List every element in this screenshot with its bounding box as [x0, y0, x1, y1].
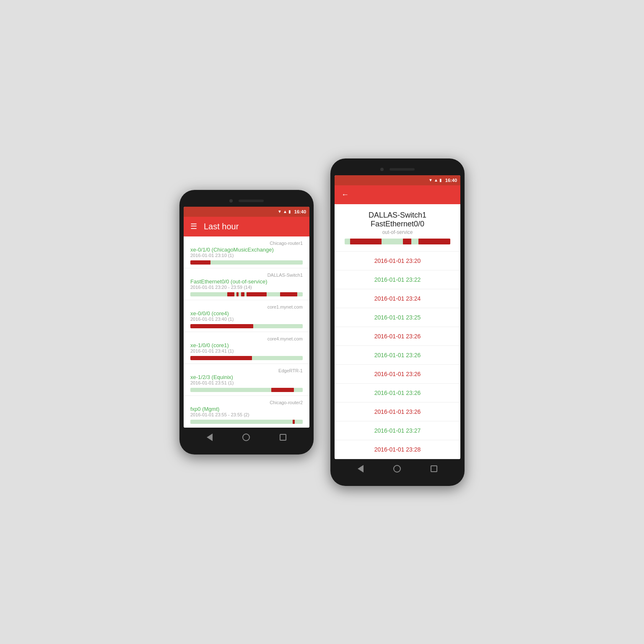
detail-list-item-10[interactable]: 2016-01-01 23:28 [335, 440, 460, 459]
home-nav-btn-2[interactable] [393, 465, 401, 474]
router-name-4: EdgeRTR-1 [190, 368, 303, 373]
timestamp-3: 2016-01-01 23:41 (1) [190, 348, 303, 353]
router-name-1: DALLAS-Switch1 [190, 273, 303, 278]
detail-list-item-3[interactable]: 2016-01-01 23:25 [335, 308, 460, 327]
status-bar-2: ▼ ▲ ▮ 16:40 [335, 175, 460, 185]
detail-header: DALLAS-Switch1 FastEthernet0/0 out-of-se… [335, 204, 460, 252]
interface-name-0: xe-0/1/0 (ChicagoMusicExchange) [190, 247, 303, 253]
list-item-3[interactable]: core4.mynet.comxe-1/0/0 (core1)2016-01-0… [184, 332, 309, 364]
status-icons-2: ▼ ▲ ▮ [428, 178, 442, 182]
event-time-7: 2016-01-01 23:26 [341, 390, 454, 396]
timeline-bar-2 [190, 324, 303, 328]
speaker-1 [239, 200, 264, 202]
signal-icon-2: ▲ [434, 178, 438, 182]
recents-nav-btn[interactable] [280, 434, 286, 442]
router-name-0: Chicago-router1 [190, 241, 303, 246]
router-name-5: Chicago-router2 [190, 400, 303, 405]
timeline-segment-5-0 [293, 420, 295, 424]
interface-name-2: xe-0/0/0 (core4) [190, 310, 303, 317]
detail-list: 2016-01-01 23:202016-01-01 23:222016-01-… [335, 252, 460, 459]
list-content-1: Chicago-router1xe-0/1/0 (ChicagoMusicExc… [184, 236, 309, 428]
device-name: DALLAS-Switch1 [341, 211, 454, 220]
phone-1: ▼ ▲ ▮ 16:40 ☰ Last hour Chicago-router1x… [179, 190, 314, 454]
detail-list-item-8[interactable]: 2016-01-01 23:26 [335, 402, 460, 421]
phone-top-2 [335, 165, 460, 175]
signal-icon: ▲ [283, 209, 287, 214]
battery-icon-2: ▮ [439, 178, 442, 182]
event-time-5: 2016-01-01 23:26 [341, 352, 454, 358]
home-nav-btn[interactable] [242, 434, 250, 443]
interface-name-4: xe-1/2/3 (Equinix) [190, 374, 303, 380]
timeline-bar-1 [190, 292, 303, 296]
menu-icon[interactable]: ☰ [190, 222, 197, 231]
detail-segment-2 [418, 239, 450, 244]
timeline-bar-0 [190, 260, 303, 265]
timeline-bar-4 [190, 388, 303, 392]
back-nav-btn-2[interactable] [358, 465, 364, 474]
timeline-segment-3-0 [190, 356, 252, 360]
detail-list-item-0[interactable]: 2016-01-01 23:20 [335, 252, 460, 270]
detail-segment-0 [350, 239, 382, 244]
list-item-4[interactable]: EdgeRTR-1xe-1/2/3 (Equinix)2016-01-01 23… [184, 364, 309, 396]
phone-top-1 [184, 197, 309, 207]
interface-name-3: xe-1/0/0 (core1) [190, 342, 303, 348]
event-time-10: 2016-01-01 23:28 [341, 446, 454, 453]
phone-bottom-1 [184, 428, 309, 444]
detail-list-item-4[interactable]: 2016-01-01 23:26 [335, 327, 460, 346]
app-title-1: Last hour [204, 222, 239, 231]
recents-nav-btn-2[interactable] [431, 465, 437, 474]
interface-name-1: FastEthernet0/0 (out-of-service) [190, 278, 303, 285]
detail-segment-1 [403, 239, 411, 244]
wifi-icon-2: ▼ [428, 178, 433, 182]
timestamp-4: 2016-01-01 23:51 (1) [190, 380, 303, 385]
timeline-segment-1-3 [247, 292, 267, 296]
timestamp-0: 2016-01-01 23:10 (1) [190, 253, 303, 258]
event-time-6: 2016-01-01 23:26 [341, 371, 454, 377]
phone-screen-2: ▼ ▲ ▮ 16:40 ← DALLAS-Switch1 FastEtherne… [335, 175, 460, 459]
detail-interface-name: FastEthernet0/0 [341, 220, 454, 229]
phone-bottom-2 [335, 459, 460, 476]
detail-list-item-7[interactable]: 2016-01-01 23:26 [335, 384, 460, 402]
camera-2 [380, 168, 384, 171]
speaker-2 [390, 168, 415, 171]
list-item-0[interactable]: Chicago-router1xe-0/1/0 (ChicagoMusicExc… [184, 236, 309, 268]
phone-2: ▼ ▲ ▮ 16:40 ← DALLAS-Switch1 FastEtherne… [330, 158, 465, 486]
back-icon[interactable]: ← [341, 190, 349, 199]
detail-list-item-6[interactable]: 2016-01-01 23:26 [335, 365, 460, 384]
timestamp-5: 2016-01-01 23:55 - 23:55 (2) [190, 412, 303, 417]
detail-list-item-5[interactable]: 2016-01-01 23:26 [335, 346, 460, 365]
event-time-4: 2016-01-01 23:26 [341, 333, 454, 340]
event-time-9: 2016-01-01 23:27 [341, 427, 454, 434]
timeline-segment-1-1 [236, 292, 239, 296]
list-item-1[interactable]: DALLAS-Switch1FastEthernet0/0 (out-of-se… [184, 268, 309, 300]
status-time-2: 16:40 [445, 178, 457, 183]
wifi-icon: ▼ [278, 209, 282, 214]
timeline-segment-2-0 [190, 324, 253, 328]
timestamp-2: 2016-01-01 23:40 (1) [190, 317, 303, 322]
timeline-segment-4-0 [271, 388, 294, 392]
back-nav-btn[interactable] [207, 434, 213, 443]
detail-list-item-2[interactable]: 2016-01-01 23:24 [335, 289, 460, 308]
event-time-1: 2016-01-01 23:22 [341, 276, 454, 283]
detail-list-item-1[interactable]: 2016-01-01 23:22 [335, 270, 460, 289]
detail-status: out-of-service [341, 229, 454, 235]
status-icons-1: ▼ ▲ ▮ [278, 209, 291, 214]
event-time-8: 2016-01-01 23:26 [341, 408, 454, 415]
status-time-1: 16:40 [294, 209, 306, 214]
timeline-bar-5 [190, 420, 303, 424]
timeline-segment-0-0 [190, 260, 210, 265]
app-bar-1: ☰ Last hour [184, 217, 309, 236]
router-name-3: core4.mynet.com [190, 336, 303, 341]
list-item-2[interactable]: core1.mynet.comxe-0/0/0 (core4)2016-01-0… [184, 300, 309, 332]
status-bar-1: ▼ ▲ ▮ 16:40 [184, 207, 309, 217]
router-name-2: core1.mynet.com [190, 304, 303, 309]
detail-timeline [345, 239, 450, 244]
list-item-5[interactable]: Chicago-router2fxp0 (Mgmt)2016-01-01 23:… [184, 396, 309, 428]
timeline-segment-1-0 [227, 292, 234, 296]
event-time-3: 2016-01-01 23:25 [341, 314, 454, 321]
detail-list-item-9[interactable]: 2016-01-01 23:27 [335, 421, 460, 440]
timeline-bar-3 [190, 356, 303, 360]
app-bar-2: ← [335, 185, 460, 204]
interface-name-5: fxp0 (Mgmt) [190, 406, 303, 412]
phone-screen-1: ▼ ▲ ▮ 16:40 ☰ Last hour Chicago-router1x… [184, 207, 309, 428]
